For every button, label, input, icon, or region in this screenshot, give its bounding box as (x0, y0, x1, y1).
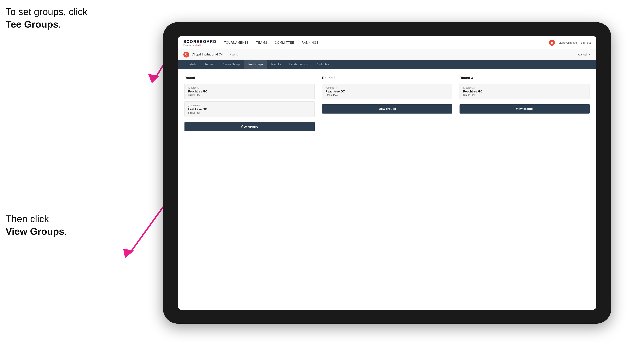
round-2-course-a-name: Peachtree GC (326, 90, 449, 93)
instruction-bottom: Then click View Groups. (6, 213, 67, 238)
round-1-course-b-format: Stroke Play (188, 111, 311, 114)
round-3-course-a-format: Stroke Play (463, 94, 586, 96)
top-nav: SCOREBOARD Powered by clippit TOURNAMENT… (178, 36, 596, 49)
tab-leaderboards[interactable]: Leaderboards (285, 60, 312, 69)
instruction-bottom-line1: Then click (6, 213, 67, 225)
round-2-course-a-label: (Course A) (326, 86, 449, 89)
round-1-view-groups-button[interactable]: View groups (184, 122, 315, 131)
tablet-device: SCOREBOARD Powered by clippit TOURNAMENT… (163, 22, 611, 324)
user-avatar: B (549, 40, 555, 46)
cancel-button[interactable]: Cancel (578, 53, 587, 56)
tournament-name: Clippd Invitational (M... — Hosting (192, 52, 578, 56)
round-3-course-a-card: (Course A) Peachtree GC Stroke Play (460, 84, 590, 99)
hosting-badge: — Hosting (226, 53, 238, 56)
nav-teams[interactable]: TEAMS (256, 41, 267, 44)
tournament-bar: C Clippd Invitational (M... — Hosting Ca… (178, 49, 596, 60)
round-1-course-b-name: East Lake GC (188, 108, 311, 111)
tab-printables[interactable]: Printables (312, 60, 333, 69)
round-1-course-a-name: Peachtree GC (188, 90, 311, 93)
round-2-course-a-card: (Course A) Peachtree GC Stroke Play (322, 84, 452, 99)
nav-tournaments[interactable]: TOURNAMENTS (224, 41, 249, 44)
nav-links: TOURNAMENTS TEAMS COMMITTEE RANKINGS (224, 41, 549, 44)
round-2-view-groups-button[interactable]: View groups (322, 104, 452, 114)
tab-course-setup[interactable]: Course Setup (218, 60, 244, 69)
round-1-course-a-label: (Course A) (188, 86, 311, 89)
nav-rankings[interactable]: RANKINGS (302, 41, 318, 44)
tablet-screen: SCOREBOARD Powered by clippit TOURNAMENT… (178, 36, 596, 310)
rounds-container: Round 1 (Course A) Peachtree GC Stroke P… (184, 76, 590, 131)
round-2-title: Round 2 (322, 76, 452, 80)
logo-text: SCOREBOARD (183, 39, 216, 44)
round-3-column: Round 3 (Course A) Peachtree GC Stroke P… (460, 76, 590, 131)
sign-out-link[interactable]: Sign out (581, 41, 591, 44)
round-1-title: Round 1 (184, 76, 315, 80)
instruction-top-line1: To set groups, click (6, 5, 88, 18)
logo-sub: Powered by clippit (183, 44, 216, 46)
svg-line-2 (130, 207, 163, 253)
round-3-title: Round 3 (460, 76, 590, 80)
tab-details[interactable]: Details (183, 60, 200, 69)
instruction-bottom-line2: View Groups. (6, 225, 67, 238)
tab-teams[interactable]: Teams (200, 60, 218, 69)
round-2-course-a-format: Stroke Play (326, 94, 449, 96)
cancel-x[interactable]: ✕ (588, 53, 591, 56)
round-1-course-a-card: (Course A) Peachtree GC Stroke Play (184, 84, 315, 99)
round-2-column: Round 2 (Course A) Peachtree GC Stroke P… (322, 76, 452, 131)
tab-bar: Details Teams Course Setup Tee Groups Re… (178, 60, 596, 69)
instruction-top-line2: Tee Groups. (6, 18, 88, 31)
logo-area: SCOREBOARD Powered by clippit (183, 39, 216, 46)
round-3-view-groups-button[interactable]: View groups (460, 104, 590, 114)
tab-results[interactable]: Results (267, 60, 285, 69)
round-1-course-b-label: (Course B) (188, 104, 311, 107)
round-3-course-a-name: Peachtree GC (463, 90, 586, 93)
round-1-course-b-card: (Course B) East Lake GC Stroke Play (184, 101, 315, 117)
round-3-course-a-label: (Course A) (463, 86, 586, 89)
user-email: blair@clippd.io (558, 41, 577, 44)
tournament-logo: C (183, 52, 189, 57)
nav-committee[interactable]: COMMITTEE (275, 41, 294, 44)
tab-tee-groups[interactable]: Tee Groups (244, 60, 267, 69)
round-1-course-a-format: Stroke Play (188, 94, 311, 96)
nav-right: B blair@clippd.io Sign out (549, 40, 591, 46)
round-1-column: Round 1 (Course A) Peachtree GC Stroke P… (184, 76, 315, 131)
instruction-top: To set groups, click Tee Groups. (6, 5, 88, 30)
main-content: Round 1 (Course A) Peachtree GC Stroke P… (178, 69, 596, 310)
